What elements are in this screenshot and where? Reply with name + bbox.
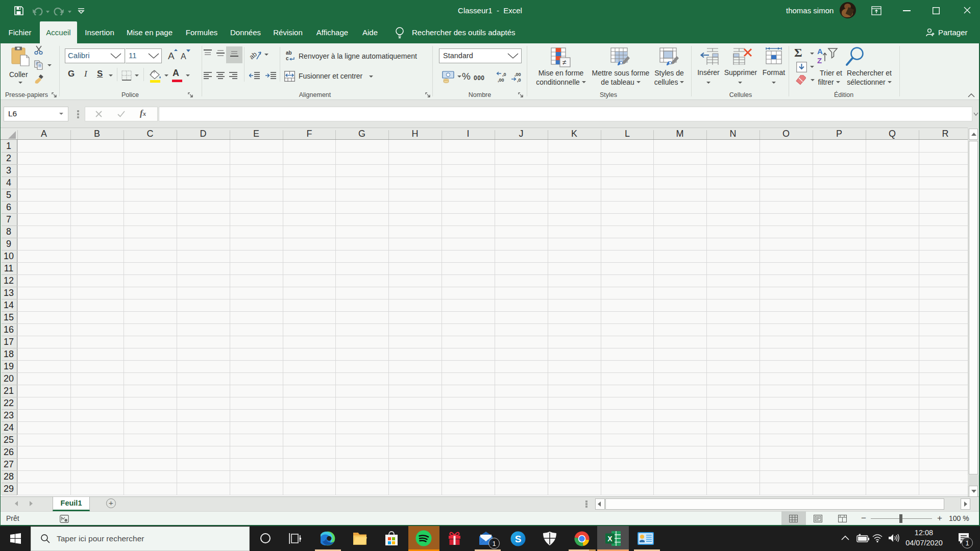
svg-text:A: A bbox=[181, 52, 186, 61]
svg-text:A: A bbox=[817, 47, 823, 56]
svg-text:X: X bbox=[607, 535, 612, 543]
svg-text:c: c bbox=[286, 56, 289, 61]
svg-text:,0: ,0 bbox=[502, 72, 506, 77]
svg-text:S: S bbox=[515, 534, 522, 544]
svg-text:Z: Z bbox=[817, 56, 822, 65]
svg-text:ab: ab bbox=[286, 50, 292, 56]
svg-text:≠: ≠ bbox=[562, 58, 567, 66]
svg-text:,00: ,00 bbox=[498, 78, 504, 83]
svg-text:,00: ,00 bbox=[514, 72, 521, 77]
svg-text:A: A bbox=[168, 51, 175, 61]
svg-text:,0: ,0 bbox=[517, 78, 521, 83]
